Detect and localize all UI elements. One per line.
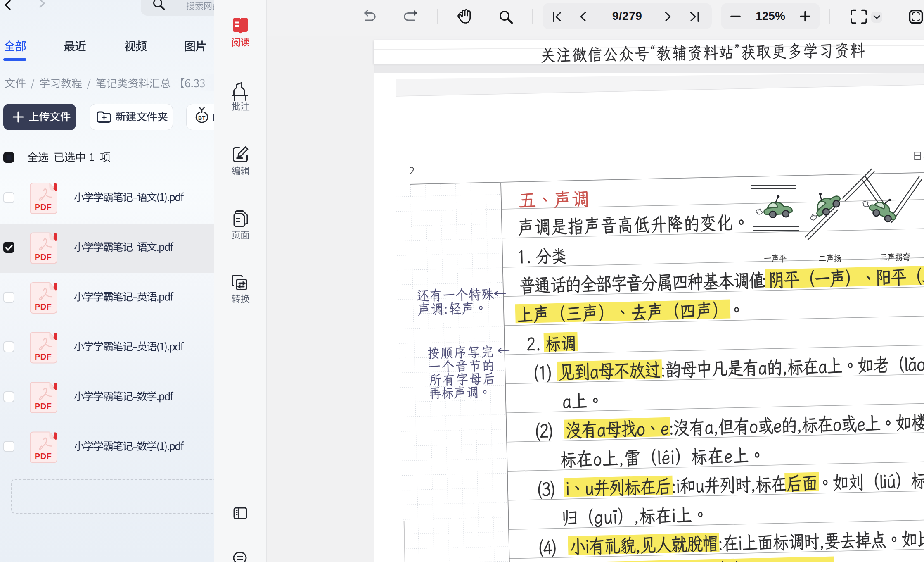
svg-text:BT: BT bbox=[198, 115, 205, 121]
